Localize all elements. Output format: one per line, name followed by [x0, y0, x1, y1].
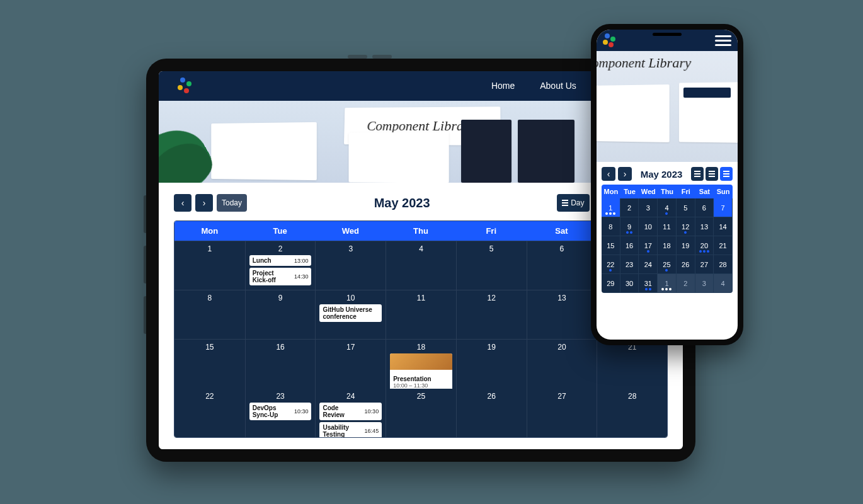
hero-decorative-card: [683, 88, 731, 98]
mini-calendar-day[interactable]: 22: [602, 255, 620, 274]
event-time: 14:30: [294, 273, 309, 280]
mini-calendar-day[interactable]: 4: [658, 198, 677, 217]
calendar-day-cell[interactable]: 20: [527, 340, 597, 394]
calendar-event[interactable]: Presentation10:00 – 11:30: [390, 353, 452, 391]
mini-calendar-day[interactable]: 4: [714, 274, 733, 293]
calendar-day-cell[interactable]: 13: [527, 290, 597, 339]
day-number: 6: [702, 204, 706, 212]
mini-calendar-day[interactable]: 3: [695, 274, 714, 293]
mini-calendar-day[interactable]: 14: [714, 217, 733, 236]
view-day-button[interactable]: Day: [557, 194, 589, 212]
view-week-button[interactable]: [706, 167, 718, 181]
event-dots: [699, 250, 709, 253]
calendar-event[interactable]: DevOps Sync-Up10:30: [249, 403, 312, 420]
calendar-day-cell[interactable]: 16: [245, 340, 316, 394]
calendar-day-cell[interactable]: 23DevOps Sync-Up10:30: [245, 389, 316, 438]
calendar-day-cell[interactable]: 10GitHub Universe conference: [315, 290, 386, 339]
view-month-button[interactable]: [720, 167, 733, 181]
mini-calendar-day[interactable]: 8: [602, 217, 620, 236]
mini-calendar-day[interactable]: 28: [714, 255, 733, 274]
mini-calendar-day[interactable]: 11: [658, 217, 677, 236]
mini-calendar-day[interactable]: 2: [620, 198, 639, 217]
mini-calendar-day[interactable]: 27: [695, 255, 714, 274]
mini-calendar-day[interactable]: 23: [620, 255, 639, 274]
mini-calendar-day[interactable]: 7: [714, 198, 733, 217]
calendar-day-cell[interactable]: 18Presentation10:00 – 11:30: [386, 340, 456, 394]
day-number: 25: [663, 261, 670, 268]
mini-calendar-day[interactable]: 21: [714, 236, 733, 255]
calendar-day-cell[interactable]: 17: [315, 340, 386, 394]
calendar-day-cell[interactable]: 26: [456, 389, 527, 438]
mini-calendar-day[interactable]: 3: [639, 198, 658, 217]
calendar-day-cell[interactable]: 2Lunch13:00Project Kick-off14:30: [245, 241, 316, 290]
phone-calendar: ‹ › May 2023 MonTueWedThuFriSatSun 12345…: [597, 162, 738, 302]
day-number: 16: [249, 343, 312, 352]
calendar-day-cell[interactable]: 21: [597, 340, 667, 394]
dow-header: Sun: [714, 185, 733, 198]
mini-calendar-day[interactable]: 5: [677, 198, 695, 217]
calendar-day-cell[interactable]: 12: [456, 290, 527, 339]
calendar-day-cell[interactable]: 25: [386, 389, 456, 438]
mini-calendar-day[interactable]: 18: [658, 236, 677, 255]
next-month-button[interactable]: ›: [195, 194, 213, 212]
day-number: 19: [460, 343, 523, 352]
calendar-day-cell[interactable]: 19: [456, 340, 527, 394]
mini-calendar-day[interactable]: 16: [620, 236, 639, 255]
mini-calendar-day[interactable]: 6: [695, 198, 714, 217]
calendar-day-cell[interactable]: 11: [386, 290, 456, 339]
calendar-day-cell[interactable]: 4: [386, 241, 456, 290]
mini-calendar-day[interactable]: 15: [602, 236, 620, 255]
mini-calendar-day[interactable]: 20: [695, 236, 714, 255]
prev-month-button[interactable]: ‹: [602, 167, 615, 181]
mini-calendar-day[interactable]: 1: [658, 274, 677, 293]
calendar-day-cell[interactable]: 5: [456, 241, 527, 290]
calendar-day-cell[interactable]: 15: [174, 340, 245, 394]
dow-header: Tue: [245, 221, 316, 241]
mini-calendar-day[interactable]: 24: [639, 255, 658, 274]
calendar-event[interactable]: Usability Testing16:45: [319, 422, 382, 438]
day-number: 9: [249, 294, 312, 302]
calendar-day-cell[interactable]: 22: [174, 389, 245, 438]
calendar-day-cell[interactable]: 24Code Review10:30Usability Testing16:45: [315, 389, 386, 438]
calendar-event[interactable]: Lunch13:00: [249, 255, 312, 266]
calendar-day-cell[interactable]: 1: [174, 241, 245, 290]
today-button[interactable]: Today: [217, 194, 247, 212]
prev-month-button[interactable]: ‹: [174, 194, 191, 212]
calendar-day-cell[interactable]: 27: [527, 389, 597, 438]
mini-calendar-day[interactable]: 9: [620, 217, 639, 236]
day-number: 2: [627, 204, 631, 212]
day-number: 28: [719, 261, 727, 268]
calendar-day-cell[interactable]: 9: [245, 290, 316, 339]
mini-calendar-day[interactable]: 10: [639, 217, 658, 236]
mini-calendar-day[interactable]: 25: [658, 255, 677, 274]
event-title: DevOps Sync-Up: [253, 404, 290, 418]
calendar-day-cell[interactable]: 6: [527, 241, 597, 290]
day-number: 3: [702, 280, 706, 287]
mini-calendar-day[interactable]: 19: [677, 236, 695, 255]
calendar-event[interactable]: Code Review10:30: [319, 403, 382, 420]
calendar-day-cell[interactable]: 8: [174, 290, 245, 339]
calendar-day-cell[interactable]: 28: [597, 389, 667, 438]
day-number: 26: [460, 392, 523, 401]
mini-calendar-day[interactable]: 13: [695, 217, 714, 236]
mini-calendar-day[interactable]: 31: [639, 274, 658, 293]
mini-calendar-day[interactable]: 29: [602, 274, 620, 293]
dow-header: Thu: [658, 185, 677, 198]
calendar-event[interactable]: GitHub Universe conference: [319, 304, 382, 322]
mini-calendar-day[interactable]: 2: [677, 274, 695, 293]
mini-calendar-day[interactable]: 26: [677, 255, 695, 274]
mini-calendar-day[interactable]: 17: [639, 236, 658, 255]
calendar-event[interactable]: Project Kick-off14:30: [249, 268, 312, 285]
day-number: 27: [700, 261, 708, 268]
nav-about[interactable]: About Us: [540, 78, 576, 93]
dow-header: Sat: [695, 185, 714, 198]
mini-calendar-day[interactable]: 1: [602, 198, 620, 217]
view-day-button[interactable]: [691, 167, 704, 181]
hamburger-menu-button[interactable]: [715, 35, 731, 46]
mini-calendar-day[interactable]: 12: [677, 217, 695, 236]
nav-home[interactable]: Home: [491, 78, 515, 93]
calendar-day-cell[interactable]: 3: [315, 241, 386, 290]
next-month-button[interactable]: ›: [618, 167, 632, 181]
dow-header: Sat: [527, 221, 597, 241]
mini-calendar-day[interactable]: 30: [620, 274, 639, 293]
